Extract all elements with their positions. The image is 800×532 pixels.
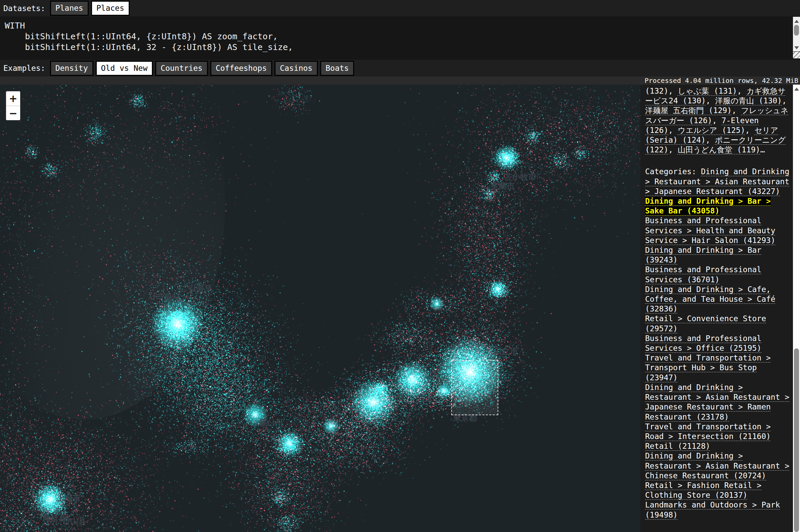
map-selection-rectangle[interactable] (451, 360, 498, 415)
examples-label: Examples: (3, 64, 46, 73)
brands-ellipsis: … (760, 145, 765, 154)
category-link[interactable]: Dining and Drinking > Cafe, Coffee, and … (645, 285, 776, 313)
category-link[interactable]: Business and Professional Services (3670… (645, 265, 761, 284)
examples_bar-button-boats[interactable]: Boats (320, 61, 354, 76)
map-zoom-control: + − (5, 91, 21, 121)
map-place-label: 울산시 (259, 417, 283, 428)
zoom-out-button[interactable]: − (6, 106, 20, 120)
scroll-up-icon[interactable] (794, 20, 799, 23)
scroll-down-icon[interactable] (794, 46, 799, 49)
category-link[interactable]: Business and Professional Services > Off… (645, 334, 761, 353)
datasets-bar: Datasets: PlanesPlaces (0, 0, 800, 16)
brand-link[interactable]: しゃぶ葉 (131) (678, 87, 737, 95)
category-link[interactable]: Retail (21128) (645, 442, 710, 451)
map-place-label: 日立市 (494, 346, 518, 357)
examples_bar-button-casinos[interactable]: Casinos (274, 61, 318, 76)
datasets_bar-button-planes[interactable]: Planes (50, 1, 89, 16)
datasets_bar-button-places[interactable]: Places (91, 1, 130, 16)
brand-link[interactable]: 山田うどん食堂 (119) (678, 145, 760, 154)
sql-editor[interactable]: WITH bitShiftLeft(1::UInt64, {z:UInt8}) … (0, 16, 800, 60)
map-place-label: 사리원시 (148, 291, 180, 302)
examples_bar-button-coffeeshops[interactable]: Coffeeshops (210, 61, 272, 76)
map-place-label: 강원도 (188, 283, 212, 293)
map-place-label: 室蘭市 (491, 180, 515, 191)
map-place-label: 岱山县 (62, 516, 86, 526)
categories-list: Categories: Dining and Drinking > Restau… (645, 167, 790, 519)
status-bar: Processed 4.04 million rows, 42.32 MiB (0, 77, 800, 84)
resize-grip-icon[interactable] (793, 52, 800, 58)
brands-leading-fragment: (132), (645, 87, 678, 95)
brand-link[interactable]: 洋麺屋 五右衛門 (129) (645, 106, 732, 115)
categories-label: Categories: (645, 167, 701, 176)
map-place-label: 개성시 (161, 302, 185, 313)
datasets-button-group: PlanesPlaces (50, 1, 132, 16)
brand-link[interactable]: ウエルシア (125) (678, 126, 745, 135)
category-link[interactable]: Retail > Convenience Store (29572) (645, 314, 766, 332)
sidebar-scrollbar[interactable] (793, 84, 800, 532)
category-link[interactable]: Retail > Fashion Retail > Clothing Store… (645, 481, 761, 499)
category-link[interactable]: Business and Professional Services > Hea… (645, 216, 776, 244)
category-link-selected[interactable]: Dining and Drinking > Bar > Sake Bar (43… (645, 197, 771, 215)
examples_bar-button-old-vs-new[interactable]: Old vs New (96, 61, 153, 76)
category-link[interactable]: Travel and Transportation > Road > Inter… (645, 422, 771, 441)
sidebar-scrollbar-thumb[interactable] (794, 348, 799, 532)
results-sidebar: (132), しゃぶ葉 (131), カギ救急サービス24 (130), 洋服の… (640, 84, 793, 532)
map-place-label: 上海市 (56, 493, 80, 504)
examples-button-group: DensityOld vs NewCountriesCoffeeshopsCas… (50, 61, 357, 76)
code-scrollbar[interactable] (793, 17, 800, 51)
zoom-in-button[interactable]: + (6, 91, 20, 106)
category-link[interactable]: Travel and Transportation > Transport Hu… (645, 354, 771, 382)
examples_bar-button-countries[interactable]: Countries (155, 61, 208, 76)
category-link[interactable]: Dining and Drinking > Restaurant > Asian… (645, 452, 789, 480)
scroll-up-icon[interactable] (794, 88, 799, 91)
brand-link[interactable]: 洋服の青山 (130) (715, 96, 782, 105)
category-link[interactable]: Dining and Drinking > Restaurant > Asian… (645, 383, 789, 421)
examples-bar: Examples: DensityOld vs NewCountriesCoff… (0, 60, 800, 77)
examples_bar-button-density[interactable]: Density (50, 61, 93, 76)
sql-code-text[interactable]: WITH bitShiftLeft(1::UInt64, {z:UInt8}) … (5, 20, 293, 53)
datasets-label: Datasets: (3, 4, 46, 13)
status-text: Processed 4.04 million rows, 42.32 MiB (644, 77, 798, 84)
category-link[interactable]: Dining and Drinking > Bar (39243) (645, 246, 761, 264)
category-link[interactable]: Landmarks and Outdoors > Park (19498) (645, 500, 780, 519)
code-scrollbar-thumb[interactable] (794, 25, 799, 36)
brands-list: (132), しゃぶ葉 (131), カギ救急サービス24 (130), 洋服の… (645, 86, 790, 155)
